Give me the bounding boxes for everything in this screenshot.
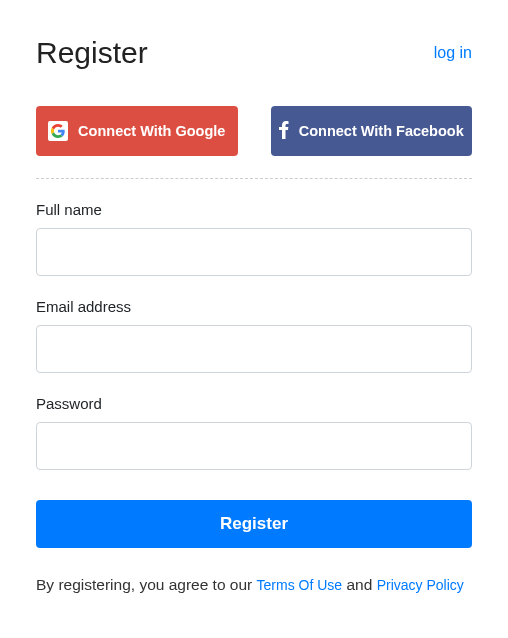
google-button-label: Connect With Google [78,123,225,139]
fullname-group: Full name [36,201,472,276]
facebook-connect-button[interactable]: Connect With Facebook [271,106,473,156]
fullname-label: Full name [36,201,472,218]
social-login-row: Connect With Google Connect With Faceboo… [36,106,472,156]
divider [36,178,472,179]
email-label: Email address [36,298,472,315]
header-row: Register log in [36,36,472,70]
google-connect-button[interactable]: Connect With Google [36,106,238,156]
email-group: Email address [36,298,472,373]
facebook-icon [279,121,289,142]
google-icon [48,121,68,141]
login-link[interactable]: log in [434,44,472,62]
fullname-input[interactable] [36,228,472,276]
agree-prefix: By registering, you agree to our [36,576,257,593]
password-input[interactable] [36,422,472,470]
facebook-button-label: Connect With Facebook [299,123,464,139]
email-input[interactable] [36,325,472,373]
password-label: Password [36,395,472,412]
page-title: Register [36,36,148,70]
privacy-link[interactable]: Privacy Policy [377,577,464,593]
agree-middle: and [342,576,376,593]
password-group: Password [36,395,472,470]
register-submit-button[interactable]: Register [36,500,472,548]
agree-text: By registering, you agree to our Terms O… [36,576,472,594]
terms-link[interactable]: Terms Of Use [257,577,343,593]
